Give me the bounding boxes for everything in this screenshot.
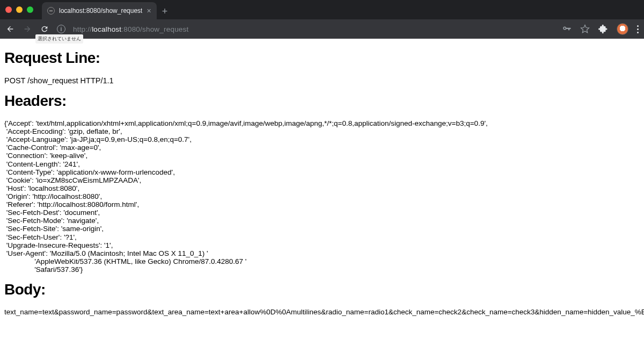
- menu-button[interactable]: [637, 25, 639, 33]
- arrow-right-icon: [23, 25, 32, 33]
- arrow-left-icon: [6, 25, 14, 33]
- headers-dump: {'Accept': 'text/html,application/xhtml+…: [4, 119, 640, 274]
- browser-tab[interactable]: localhost:8080/show_request ×: [42, 2, 157, 19]
- heading-body: Body:: [4, 281, 640, 298]
- close-tab-icon[interactable]: ×: [147, 7, 151, 15]
- profile-avatar[interactable]: [617, 23, 628, 35]
- minimize-window-button[interactable]: [16, 6, 23, 13]
- address-bar[interactable]: http://localhost:8080/show_request: [73, 25, 554, 33]
- heading-request-line: Request Line:: [4, 49, 640, 67]
- url-host: localhost: [92, 25, 121, 33]
- extensions-icon[interactable]: [598, 24, 608, 34]
- info-icon: i: [61, 26, 62, 32]
- url-protocol: http://: [73, 25, 92, 33]
- browser-chrome: localhost:8080/show_request × + 選択されていませ…: [0, 0, 644, 39]
- reload-button[interactable]: [40, 25, 49, 33]
- url-path: :8080/show_request: [121, 25, 188, 33]
- reload-icon: [40, 25, 49, 33]
- tab-title: localhost:8080/show_request: [59, 7, 142, 15]
- request-line-value: POST /show_request HTTP/1.1: [4, 76, 640, 85]
- new-tab-button[interactable]: +: [162, 6, 168, 16]
- tab-strip: localhost:8080/show_request × +: [0, 0, 644, 19]
- bookmark-star-icon[interactable]: [580, 24, 590, 34]
- site-info-button[interactable]: i: [57, 25, 65, 33]
- key-icon[interactable]: [562, 24, 572, 34]
- window-controls: [5, 6, 33, 13]
- file-selection-badge: 選択されていません: [35, 34, 83, 44]
- globe-icon: [47, 7, 55, 15]
- close-window-button[interactable]: [5, 6, 12, 13]
- page-content: Request Line: POST /show_request HTTP/1.…: [0, 39, 644, 345]
- maximize-window-button[interactable]: [27, 6, 33, 13]
- toolbar-right: [562, 23, 639, 35]
- body-dump: text_name=text&password_name=password&te…: [4, 308, 640, 316]
- forward-button: [23, 25, 32, 33]
- back-button[interactable]: [5, 25, 15, 33]
- toolbar: 選択されていません i http://localhost:8080/show_r…: [0, 19, 644, 39]
- heading-headers: Headers:: [4, 92, 640, 110]
